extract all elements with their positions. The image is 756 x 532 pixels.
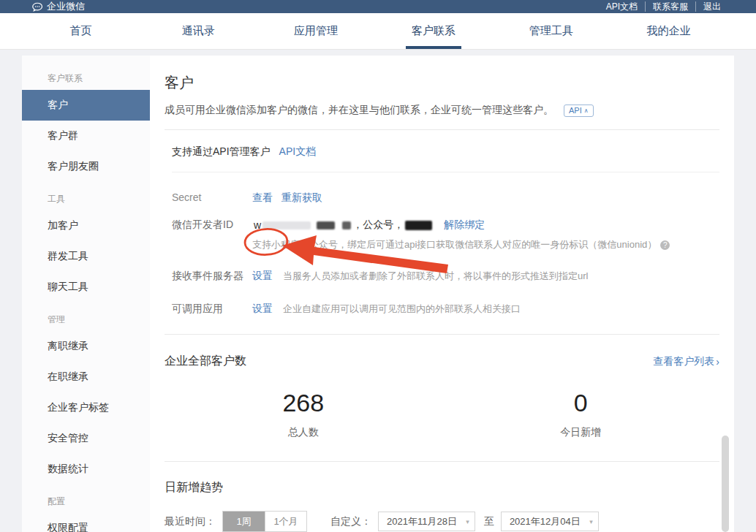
- sidebar: 客户联系 客户 客户群 客户朋友圈 工具 加客户 群发工具 聊天工具 管理 离职…: [22, 56, 150, 532]
- sidebar-item-resigned-inherit[interactable]: 离职继承: [22, 331, 150, 362]
- topbar-links: API文档 联系客服 退出: [599, 0, 728, 13]
- customers-section-title: 企业全部客户数: [165, 354, 246, 369]
- dev-id-value-mid: ，公众号，: [352, 218, 404, 232]
- chevron-right-icon: ›: [716, 356, 719, 368]
- event-server-label: 接收事件服务器: [172, 270, 252, 283]
- view-customer-list-link[interactable]: 查看客户列表 ›: [653, 355, 719, 368]
- tab-home[interactable]: 首页: [22, 13, 140, 49]
- scrollbar[interactable]: [722, 436, 729, 532]
- sidebar-item-data-statistics[interactable]: 数据统计: [22, 454, 150, 484]
- main-panel: 客户联系 客户 客户群 客户朋友圈 工具 加客户 群发工具 聊天工具 管理 离职…: [22, 56, 734, 532]
- brand-name: 企业微信: [47, 0, 85, 13]
- contact-support-link[interactable]: 联系客服: [645, 1, 695, 12]
- stat-total-label: 总人数: [165, 426, 442, 439]
- divider: [165, 461, 719, 462]
- date-from-value: 2021年11月28日: [387, 516, 457, 527]
- redacted-value: [317, 221, 335, 229]
- primary-nav: 首页 通讯录 应用管理 客户联系 管理工具 我的企业: [0, 13, 756, 50]
- dev-id-label: 微信开发者ID: [172, 218, 252, 251]
- recent-time-label: 最近时间：: [165, 515, 216, 528]
- callable-app-label: 可调用应用: [172, 303, 252, 316]
- stat-new-today-value: 0: [442, 389, 720, 417]
- sidebar-item-customer-moments[interactable]: 客户朋友圈: [22, 151, 150, 182]
- api-docs-link[interactable]: API文档: [599, 1, 645, 12]
- sidebar-item-security-control[interactable]: 安全管控: [22, 423, 150, 454]
- tab-admin-tools[interactable]: 管理工具: [492, 13, 610, 49]
- sidebar-item-customer-tags[interactable]: 企业客户标签: [22, 392, 150, 423]
- unbind-link[interactable]: 解除绑定: [444, 218, 485, 232]
- stat-new-today-label: 今日新增: [442, 426, 720, 439]
- api-docs-inline-link[interactable]: API文档: [279, 145, 317, 159]
- sidebar-item-customers[interactable]: 客户: [22, 90, 150, 121]
- callable-app-helper: 企业自建应用可以调用可见范围内的外部联系人相关接口: [283, 303, 521, 316]
- sidebar-group-config: 配置: [22, 484, 150, 513]
- divider: [165, 334, 719, 335]
- date-to-select[interactable]: 2021年12月04日 ▾: [501, 512, 599, 531]
- trend-section-title: 日新增趋势: [165, 480, 223, 495]
- sidebar-item-chat-tools[interactable]: 聊天工具: [22, 272, 150, 303]
- sidebar-group-customer-contact: 客户联系: [22, 61, 150, 90]
- range-option-1week[interactable]: 1周: [223, 512, 265, 531]
- stat-total-value: 268: [165, 389, 442, 417]
- dev-id-value-prefix: w: [254, 219, 261, 231]
- sidebar-group-tools: 工具: [22, 182, 150, 210]
- sidebar-item-active-inherit[interactable]: 在职继承: [22, 362, 150, 392]
- divider: [172, 172, 719, 172]
- page-title: 客户: [165, 73, 719, 93]
- secret-view-link[interactable]: 查看: [252, 191, 273, 205]
- sidebar-item-permission-config[interactable]: 权限配置: [22, 513, 150, 532]
- range-toggle: 1周 1个月: [222, 511, 307, 532]
- customer-stats: 268 总人数 0 今日新增: [165, 389, 719, 439]
- api-toggle-label: API: [569, 106, 582, 115]
- redacted-value: [262, 221, 311, 229]
- caret-down-icon: ▾: [589, 512, 593, 532]
- event-server-helper: 当服务人员添加或者删除了外部联系人时，将以事件的形式推送到指定url: [283, 270, 588, 283]
- sidebar-item-add-customer[interactable]: 加客户: [22, 210, 150, 241]
- api-section-heading: 支持通过API管理客户: [172, 145, 271, 159]
- page-description: 成员可用企业微信添加客户的微信，并在这里与他们联系，企业可统一管理这些客户。: [165, 104, 553, 117]
- redacted-value: [342, 221, 351, 229]
- tab-contacts[interactable]: 通讯录: [140, 13, 257, 49]
- stat-total: 268 总人数: [165, 389, 442, 439]
- caret-down-icon: ▾: [466, 512, 469, 532]
- redacted-value: [405, 221, 432, 230]
- api-toggle-button[interactable]: API ∧: [564, 104, 594, 117]
- chat-bubble-icon: [32, 2, 43, 12]
- secret-label: Secret: [172, 191, 252, 205]
- sidebar-group-management: 管理: [22, 303, 150, 331]
- date-from-select[interactable]: 2021年11月28日 ▾: [378, 512, 475, 531]
- sidebar-item-customer-groups[interactable]: 客户群: [22, 121, 150, 151]
- secret-refresh-link[interactable]: 重新获取: [281, 191, 322, 205]
- tab-customer-contact[interactable]: 客户联系: [374, 13, 492, 49]
- tab-my-company[interactable]: 我的企业: [610, 13, 727, 49]
- stat-new-today: 0 今日新增: [442, 389, 720, 439]
- range-option-1month[interactable]: 1个月: [265, 512, 306, 531]
- wework-logo[interactable]: 企业微信: [32, 0, 85, 13]
- content-area: 客户 成员可用企业微信添加客户的微信，并在这里与他们联系，企业可统一管理这些客户…: [150, 56, 734, 532]
- topbar: 企业微信 API文档 联系客服 退出: [0, 0, 756, 13]
- tab-app-management[interactable]: 应用管理: [257, 13, 375, 49]
- custom-range-label: 自定义：: [330, 515, 371, 528]
- event-server-settings-link[interactable]: 设置: [252, 270, 273, 283]
- dev-id-helper: 支持小程序、公众号，绑定后可通过api接口获取微信联系人对应的唯一身份标识（微信…: [252, 238, 657, 251]
- caret-up-icon: ∧: [584, 106, 589, 115]
- sidebar-item-bulk-message[interactable]: 群发工具: [22, 241, 150, 272]
- date-to-value: 2021年12月04日: [510, 516, 581, 527]
- logout-link[interactable]: 退出: [695, 1, 728, 12]
- callable-app-settings-link[interactable]: 设置: [252, 303, 273, 316]
- to-label: 至: [484, 515, 494, 528]
- help-question-icon[interactable]: ?: [660, 240, 670, 250]
- view-customer-list-label: 查看客户列表: [653, 355, 714, 368]
